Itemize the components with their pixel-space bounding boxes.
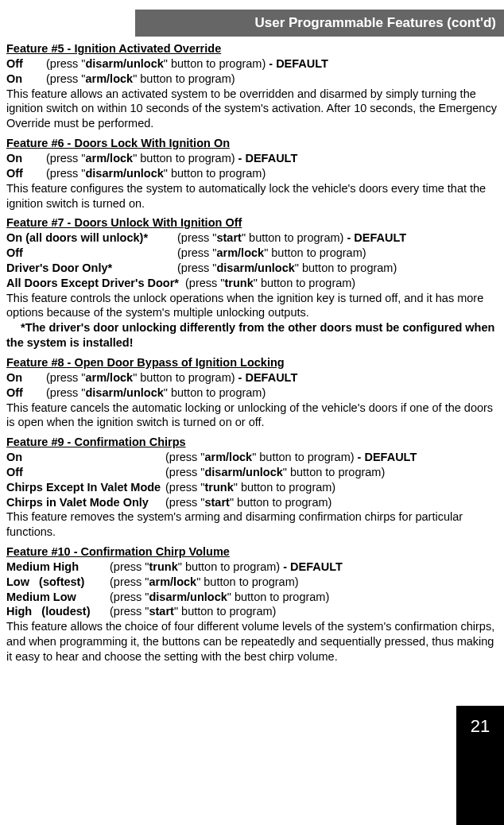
- opt-label: Off: [6, 166, 46, 181]
- opt-text: (press "trunk" button to program): [185, 276, 355, 291]
- feature-10-opt-3: High (loudest) (press "start" button to …: [6, 604, 498, 619]
- feature-10-desc: This feature allows the choice of four d…: [6, 619, 498, 664]
- feature-8-desc: This feature cancels the automatic locki…: [6, 401, 498, 431]
- feature-7-opt-2: Driver's Door Only* (press "disarm/unloc…: [6, 261, 498, 276]
- feature-9-title: Feature #9 - Confirmation Chirps: [6, 435, 498, 450]
- feature-10-opt-2: Medium Low (press "disarm/unlock" button…: [6, 590, 498, 605]
- opt-text: (press "disarm/unlock" button to program…: [165, 465, 385, 480]
- opt-label: On: [6, 72, 46, 87]
- opt-text: (press "arm/lock" button to program) - D…: [165, 450, 417, 465]
- feature-9-opt-0: On (press "arm/lock" button to program) …: [6, 450, 498, 465]
- opt-label: On: [6, 151, 46, 166]
- opt-label: Chirps in Valet Mode Only: [6, 495, 165, 510]
- feature-9-opt-1: Off (press "disarm/unlock" button to pro…: [6, 465, 498, 480]
- feature-5: Feature #5 - Ignition Activated Override…: [6, 41, 498, 131]
- page-header: User Programmable Features (cont'd): [135, 10, 504, 37]
- opt-label: On (all doors will unlock)*: [6, 230, 177, 246]
- feature-8-opt-0: On (press "arm/lock" button to program) …: [6, 370, 498, 385]
- opt-text: (press "arm/lock" button to program): [110, 575, 299, 590]
- feature-7-note: *The driver's door unlocking differently…: [6, 320, 498, 351]
- opt-label: Off: [6, 56, 46, 72]
- feature-6: Feature #6 - Doors Lock With Ignition On…: [6, 136, 498, 211]
- feature-6-opt-1: Off (press "disarm/unlock" button to pro…: [6, 166, 498, 181]
- opt-label: On: [6, 370, 46, 385]
- opt-label: Medium High: [6, 560, 110, 575]
- feature-7-opt-3: All Doors Except Driver's Door* (press "…: [6, 276, 498, 291]
- feature-9: Feature #9 - Confirmation Chirps On (pre…: [6, 435, 498, 540]
- feature-10-opt-0: Medium High (press "trunk" button to pro…: [6, 560, 498, 575]
- feature-7: Feature #7 - Doors Unlock With Ignition …: [6, 215, 498, 351]
- opt-label: Chirps Except In Valet Mode: [6, 480, 165, 495]
- opt-label: Medium Low: [6, 590, 110, 605]
- opt-label: High (loudest): [6, 604, 110, 619]
- feature-9-opt-3: Chirps in Valet Mode Only (press "start"…: [6, 495, 498, 510]
- feature-10-title: Feature #10 - Confirmation Chirp Volume: [6, 544, 498, 560]
- feature-7-desc: This feature controls the unlock operati…: [6, 291, 498, 321]
- opt-text: (press "trunk" button to program) - DEFA…: [110, 560, 343, 575]
- feature-7-opt-1: Off (press "arm/lock" button to program): [6, 246, 498, 261]
- feature-5-desc: This feature allows an activated system …: [6, 87, 498, 132]
- feature-6-opt-0: On (press "arm/lock" button to program) …: [6, 151, 498, 166]
- opt-text: (press "disarm/unlock" button to program…: [110, 590, 329, 605]
- opt-text: (press "disarm/unlock" button to program…: [46, 385, 266, 401]
- feature-8-title: Feature #8 - Open Door Bypass of Ignitio…: [6, 355, 498, 370]
- opt-text: (press "start" button to program) - DEFA…: [177, 230, 406, 246]
- feature-9-desc: This feature removes the system's arming…: [6, 509, 498, 540]
- opt-text: (press "start" button to program): [110, 604, 276, 619]
- opt-text: (press "arm/lock" button to program): [46, 72, 235, 87]
- feature-9-opt-2: Chirps Except In Valet Mode (press "trun…: [6, 480, 498, 495]
- feature-8: Feature #8 - Open Door Bypass of Ignitio…: [6, 355, 498, 430]
- feature-8-opt-1: Off (press "disarm/unlock" button to pro…: [6, 385, 498, 401]
- opt-text: (press "start" button to program): [165, 495, 331, 510]
- opt-label: Off: [6, 385, 46, 401]
- feature-5-title: Feature #5 - Ignition Activated Override: [6, 41, 498, 56]
- feature-6-desc: This feature configures the system to au…: [6, 181, 498, 211]
- opt-label: All Doors Except Driver's Door*: [6, 276, 185, 291]
- opt-text: (press "trunk" button to program): [165, 480, 335, 495]
- page-number: 21: [471, 715, 490, 738]
- feature-10: Feature #10 - Confirmation Chirp Volume …: [6, 544, 498, 664]
- opt-text: (press "disarm/unlock" button to program…: [46, 56, 328, 72]
- feature-10-opt-1: Low (softest) (press "arm/lock" button t…: [6, 575, 498, 590]
- opt-label: Off: [6, 465, 165, 480]
- feature-5-opt-0: Off (press "disarm/unlock" button to pro…: [6, 56, 498, 72]
- opt-text: (press "disarm/unlock" button to program…: [177, 261, 397, 276]
- feature-7-title: Feature #7 - Doors Unlock With Ignition …: [6, 215, 498, 230]
- content-area: Feature #5 - Ignition Activated Override…: [0, 41, 504, 664]
- opt-text: (press "arm/lock" button to program) - D…: [46, 370, 297, 385]
- opt-label: Low (softest): [6, 575, 110, 590]
- opt-label: Driver's Door Only*: [6, 261, 177, 276]
- opt-text: (press "disarm/unlock" button to program…: [46, 166, 266, 181]
- opt-label: Off: [6, 246, 177, 261]
- feature-7-opt-0: On (all doors will unlock)* (press "star…: [6, 230, 498, 246]
- opt-label: On: [6, 450, 165, 465]
- opt-text: (press "arm/lock" button to program) - D…: [46, 151, 297, 166]
- feature-5-opt-1: On (press "arm/lock" button to program): [6, 72, 498, 87]
- feature-6-title: Feature #6 - Doors Lock With Ignition On: [6, 136, 498, 151]
- opt-text: (press "arm/lock" button to program): [177, 246, 366, 261]
- page-number-tab: 21: [456, 706, 504, 825]
